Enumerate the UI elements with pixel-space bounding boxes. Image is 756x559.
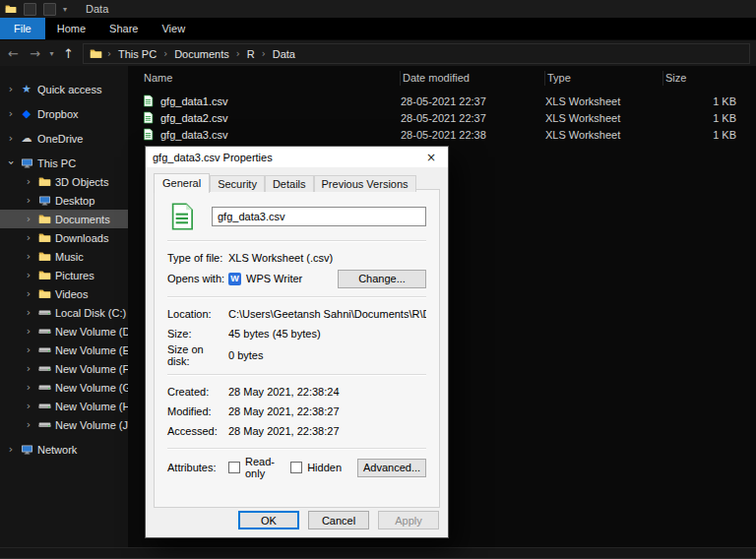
breadcrumb-item-data[interactable]: Data — [271, 48, 297, 60]
ribbon-tab-share[interactable]: Share — [97, 18, 150, 39]
file-row[interactable]: gfg_data3.csv 28-05-2021 22:38 XLS Works… — [128, 126, 756, 143]
breadcrumb-item-documents[interactable]: Documents — [172, 48, 231, 60]
sidebar-item-new-volume-h[interactable]: › New Volume (H:) — [0, 397, 128, 415]
chevron-right-icon[interactable]: › — [24, 251, 33, 262]
quick-access-toolbar-icon-1[interactable] — [24, 3, 36, 16]
ribbon-tab-home[interactable]: Home — [45, 18, 97, 39]
chevron-right-icon[interactable]: › — [24, 232, 33, 243]
breadcrumb-folder-icon — [90, 47, 102, 60]
chevron-right-icon[interactable]: › — [24, 401, 33, 411]
cloud-icon: ☁ — [20, 132, 33, 146]
file-row[interactable]: gfg_data2.csv 28-05-2021 22:37 XLS Works… — [128, 109, 756, 126]
field-label: Size: — [167, 328, 228, 340]
sidebar-item-network[interactable]: › Network — [0, 440, 128, 459]
chevron-right-icon[interactable]: › — [24, 344, 33, 355]
field-value: 45 bytes (45 bytes) — [228, 328, 426, 340]
chevron-right-icon[interactable]: › — [24, 382, 33, 393]
chevron-expanded-icon[interactable]: › — [6, 158, 17, 168]
sidebar-item-documents[interactable]: › Documents — [0, 210, 128, 228]
sidebar-item-3d-objects[interactable]: › 3D Objects — [0, 172, 128, 191]
sidebar-item-new-volume-g[interactable]: › New Volume (G:) — [0, 378, 128, 397]
sidebar-item-onedrive[interactable]: › ☁ OneDrive — [0, 129, 128, 148]
network-icon — [20, 443, 33, 457]
breadcrumb-item-r[interactable]: R — [245, 48, 257, 60]
window-folder-icon — [5, 3, 17, 15]
sidebar-item-new-volume-j[interactable]: › New Volume (J:) — [0, 415, 128, 434]
chevron-right-icon[interactable]: › — [24, 363, 33, 374]
column-headers: Name Date modified Type Size — [128, 66, 756, 90]
sidebar-item-local-disk-c[interactable]: › Local Disk (C:) — [0, 303, 128, 322]
hidden-checkbox[interactable] — [290, 462, 302, 473]
sidebar-item-new-volume-e[interactable]: › New Volume (E:) — [0, 341, 128, 359]
column-header-name[interactable]: Name — [142, 71, 401, 86]
ribbon-tab-file[interactable]: File — [0, 18, 45, 39]
read-only-label: Read-only — [245, 456, 275, 479]
dialog-title-bar: gfg_data3.csv Properties × — [146, 147, 448, 167]
column-header-size[interactable]: Size — [663, 71, 756, 86]
sidebar-item-label: Quick access — [37, 84, 101, 95]
read-only-checkbox[interactable] — [228, 462, 240, 473]
chevron-right-icon[interactable]: › — [24, 270, 33, 280]
status-bar — [0, 547, 756, 558]
sidebar-item-videos[interactable]: › Videos — [0, 284, 128, 303]
change-button[interactable]: Change... — [338, 270, 426, 288]
chevron-right-icon[interactable]: › — [24, 288, 33, 299]
chevron-right-icon[interactable]: › — [6, 133, 16, 144]
customize-toolbar-arrow-icon[interactable]: ▾ — [63, 5, 67, 14]
folder-icon — [37, 175, 51, 189]
sidebar-item-desktop[interactable]: › Desktop — [0, 191, 128, 210]
close-icon[interactable]: × — [414, 147, 448, 167]
quick-access-toolbar-icon-2[interactable] — [43, 3, 56, 16]
file-type: XLS Worksheet — [545, 129, 663, 141]
type-of-file-row: Type of file: XLS Worksheet (.csv) — [167, 248, 426, 268]
sidebar-item-label: New Volume (F:) — [55, 363, 136, 375]
recent-locations-dropdown-icon[interactable]: ▾ — [46, 43, 57, 64]
chevron-right-icon[interactable]: › — [24, 195, 33, 206]
address-bar: ← → ▾ ↑ › This PC › Documents › R › Data — [0, 39, 756, 67]
chevron-right-icon[interactable]: › — [24, 419, 33, 430]
location-row: Location: C:\Users\Geetansh Sahni\Docume… — [167, 304, 426, 324]
modified-row: Modified: 28 May 2021, 22:38:27 — [167, 402, 426, 421]
dialog-buttons: OK Cancel Apply — [238, 511, 439, 529]
field-value: C:\Users\Geetansh Sahni\Documents\R\Data — [228, 308, 426, 320]
tab-general[interactable]: General — [154, 173, 210, 193]
sidebar-item-new-volume-f[interactable]: › New Volume (F:) — [0, 359, 128, 378]
sidebar-item-quick-access[interactable]: › ★ Quick access — [0, 80, 128, 98]
chevron-right-icon[interactable]: › — [6, 84, 16, 94]
sidebar-item-label: New Volume (G:) — [55, 382, 138, 394]
sidebar-item-downloads[interactable]: › Downloads — [0, 228, 128, 247]
chevron-right-icon[interactable]: › — [24, 214, 33, 224]
advanced-button[interactable]: Advanced... — [357, 459, 426, 477]
ok-button[interactable]: OK — [238, 511, 299, 529]
sidebar-item-pictures[interactable]: › Pictures — [0, 266, 128, 284]
forward-icon[interactable]: → — [25, 43, 45, 64]
column-header-type[interactable]: Type — [545, 71, 663, 86]
sidebar-item-new-volume-d[interactable]: › New Volume (D:) — [0, 322, 128, 341]
drive-icon — [37, 325, 51, 339]
cancel-button[interactable]: Cancel — [308, 511, 369, 529]
breadcrumb-item-this-pc[interactable]: This PC — [116, 48, 158, 60]
file-row[interactable]: gfg_data1.csv 28-05-2021 22:37 XLS Works… — [128, 93, 756, 109]
up-icon[interactable]: ↑ — [58, 43, 79, 64]
filename-input[interactable] — [212, 207, 426, 226]
sidebar-item-this-pc[interactable]: › This PC — [0, 154, 128, 172]
filename-row — [167, 202, 426, 231]
tab-security[interactable]: Security — [210, 175, 265, 192]
sidebar-item-music[interactable]: › Music — [0, 247, 128, 266]
tab-details[interactable]: Details — [265, 175, 314, 192]
tab-previous-versions[interactable]: Previous Versions — [314, 175, 416, 192]
sidebar-item-dropbox[interactable]: › ◆ Dropbox — [0, 104, 128, 123]
back-icon[interactable]: ← — [3, 43, 24, 64]
chevron-right-icon[interactable]: › — [6, 444, 16, 455]
folder-icon — [37, 213, 51, 226]
apply-button[interactable]: Apply — [378, 511, 439, 529]
chevron-right-icon[interactable]: › — [6, 108, 16, 119]
column-header-date-modified[interactable]: Date modified — [401, 71, 545, 86]
breadcrumb[interactable]: › This PC › Documents › R › Data — [83, 43, 750, 64]
chevron-right-icon[interactable]: › — [24, 176, 33, 187]
ribbon-tab-view[interactable]: View — [150, 18, 197, 39]
field-value: 28 May 2021, 22:38:27 — [228, 405, 426, 417]
chevron-right-icon[interactable]: › — [24, 326, 33, 337]
sidebar-item-label: Desktop — [55, 195, 94, 207]
chevron-right-icon[interactable]: › — [24, 307, 33, 318]
